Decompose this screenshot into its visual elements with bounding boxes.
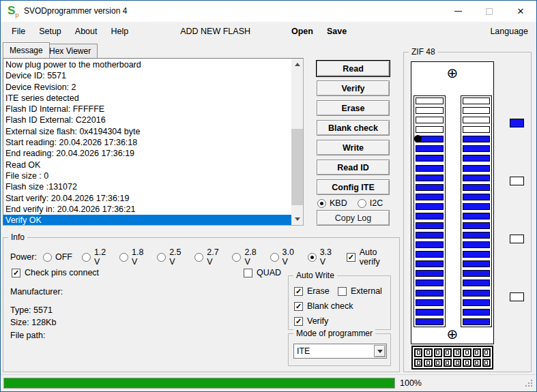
log-line[interactable]: End verify in: 20.04.2026 17:36:21 — [5, 204, 291, 215]
log-line[interactable]: Read OK — [5, 160, 291, 170]
connector-pin — [444, 359, 452, 367]
auto-verify-checkbox[interactable]: ✓Auto verify — [347, 247, 395, 267]
auto-write-option[interactable]: ✓Erase — [294, 284, 338, 299]
auto-write-option[interactable]: ✓Blank check — [294, 299, 388, 314]
log-scrollbar[interactable] — [291, 59, 303, 225]
config-ite-button[interactable]: Config ITE — [317, 179, 390, 195]
auto-write-option[interactable]: External — [338, 284, 382, 299]
progress-fill — [4, 378, 394, 388]
radio-label: OFF — [55, 252, 72, 262]
mode-label: Mode of programmer — [293, 329, 375, 339]
power-option-18v[interactable]: 1.8 V — [119, 247, 147, 267]
pin-slot — [416, 309, 444, 316]
checkbox-box[interactable]: ✓ — [294, 302, 303, 311]
screw-icon: ⊕ — [447, 327, 459, 341]
log-line[interactable]: Device Revision: 2 — [5, 82, 291, 93]
checkbox-box[interactable]: ✓ — [12, 269, 20, 277]
radio-button[interactable] — [308, 253, 317, 262]
i2c-radio[interactable] — [358, 199, 366, 208]
power-option-12v[interactable]: 1.2 V — [82, 247, 110, 267]
pin-slot — [463, 165, 490, 172]
pin-slot — [463, 107, 490, 114]
power-option-27v[interactable]: 2.7 V — [194, 247, 222, 267]
log-line[interactable]: File size : 0 — [5, 170, 291, 181]
erase-button[interactable]: Erase — [317, 100, 390, 116]
radio-button[interactable] — [82, 253, 91, 262]
scroll-down-button[interactable] — [291, 213, 303, 225]
pin-slot — [463, 318, 490, 325]
power-option-33v[interactable]: 3.3 V — [308, 247, 336, 267]
menu-setup[interactable]: Setup — [32, 22, 68, 41]
read-id-button[interactable]: Read ID — [317, 160, 390, 175]
radio-button[interactable] — [119, 253, 128, 262]
power-radio-group: OFF1.2 V1.8 V2.5 V2.7 V2.8 V3.0 V3.3 V — [43, 247, 345, 267]
menu-save[interactable]: Save — [320, 22, 353, 41]
menu-add-new-flash[interactable]: ADD NEW FLASH — [173, 22, 257, 41]
pin-slot — [416, 194, 444, 200]
radio-button[interactable] — [232, 253, 241, 262]
read-button[interactable]: Read — [317, 61, 390, 76]
menu-open[interactable]: Open — [285, 22, 320, 41]
scroll-down-icon — [295, 217, 300, 221]
log-line[interactable]: ITE series detected — [5, 93, 291, 104]
blank-check-button[interactable]: Blank check — [317, 120, 390, 136]
tab-message[interactable]: Message — [3, 42, 50, 58]
log-line[interactable]: Device ID: 5571 — [5, 70, 291, 81]
radio-button[interactable] — [270, 253, 279, 262]
auto-write-option[interactable]: ✓Verify — [294, 314, 388, 329]
power-option-28v[interactable]: 2.8 V — [232, 247, 260, 267]
minimize-button[interactable] — [442, 1, 474, 22]
log-line[interactable]: Verify OK — [3, 215, 291, 225]
pin-slot — [463, 175, 490, 181]
tab-hex-viewer[interactable]: Hex Viewer — [42, 44, 98, 58]
power-option-25v[interactable]: 2.5 V — [157, 247, 185, 267]
log-line[interactable]: Flash size :131072 — [5, 181, 291, 192]
copy-log-button[interactable]: Copy Log — [317, 210, 390, 226]
log-line[interactable]: Start reading: 20.04.2026 17:36:18 — [5, 137, 291, 148]
log-line[interactable]: Flash ID External: C22016 — [5, 115, 291, 125]
kbd-radio[interactable] — [317, 199, 326, 208]
maximize-button[interactable] — [474, 1, 505, 22]
checkbox-box[interactable]: ✓ — [347, 253, 355, 262]
auto-write-options: ✓EraseExternal✓Blank check✓Verify — [294, 284, 388, 329]
log-line[interactable]: Start verify: 20.04.2026 17:36:19 — [5, 193, 291, 204]
radio-label: 3.3 V — [320, 247, 336, 267]
radio-button[interactable] — [157, 253, 166, 262]
verify-button[interactable]: Verify — [317, 80, 390, 96]
checkbox-box[interactable] — [244, 269, 252, 277]
menu-help[interactable]: Help — [104, 22, 136, 41]
zif-socket: ⊕ ⊕ — [411, 61, 494, 344]
radio-button[interactable] — [194, 253, 203, 262]
resize-grip[interactable] — [531, 385, 532, 387]
connector-pin-inner — [484, 350, 488, 355]
checkbox-box[interactable]: ✓ — [294, 317, 303, 326]
close-button[interactable]: ✕ — [505, 1, 536, 22]
quad-checkbox[interactable]: QUAD — [244, 268, 281, 277]
scroll-up-button[interactable] — [291, 59, 303, 70]
log-line[interactable]: External size flash: 0x4194304 byte — [5, 126, 291, 137]
menu-language[interactable]: Language — [483, 22, 535, 41]
menu-about[interactable]: About — [68, 22, 104, 41]
connector-pin-inner — [484, 361, 488, 365]
type-label: Type: 5571 — [10, 305, 53, 315]
power-option-30v[interactable]: 3.0 V — [270, 247, 298, 267]
log-line[interactable]: Now plug power to the motherboard — [5, 59, 291, 70]
mode-dropdown-button[interactable] — [374, 345, 386, 357]
check-pins-checkbox[interactable]: ✓Check pins connect — [12, 268, 99, 277]
connector-pin-inner — [456, 350, 459, 355]
radio-button[interactable] — [43, 253, 52, 262]
mode-combobox[interactable]: ITE — [293, 344, 387, 359]
checkbox-box[interactable] — [338, 287, 347, 296]
write-button[interactable]: Write — [317, 140, 390, 155]
pin-slot — [416, 117, 444, 123]
connector-pin — [482, 359, 491, 367]
power-option-off[interactable]: OFF — [43, 252, 72, 262]
pin-slot — [463, 260, 490, 267]
checkbox-box[interactable]: ✓ — [294, 287, 303, 296]
log-line[interactable]: Flash ID Internal: FFFFFE — [5, 104, 291, 115]
connector-pin-inner — [465, 361, 469, 365]
log-line[interactable]: End reading: 20.04.2026 17:36:19 — [5, 148, 291, 159]
menu-file[interactable]: File — [5, 22, 32, 41]
pin-slot — [416, 203, 444, 210]
scrollbar-thumb[interactable] — [291, 129, 303, 205]
